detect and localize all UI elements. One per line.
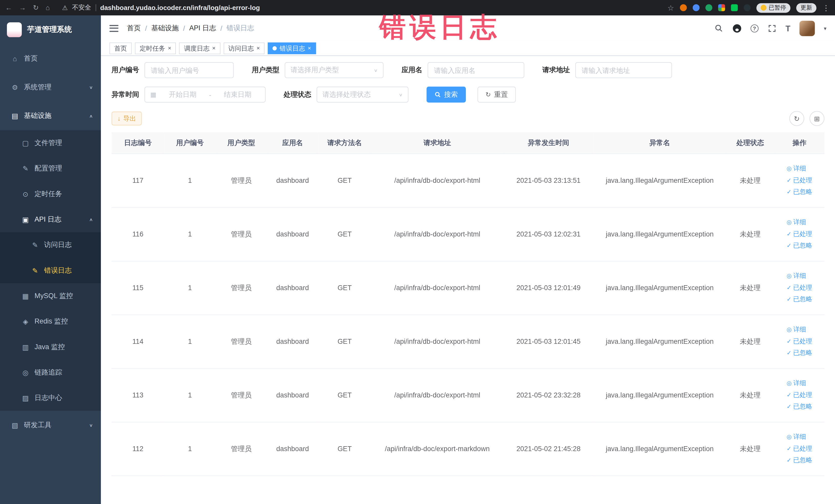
extension-icon[interactable] <box>693 4 699 11</box>
gear-icon: ⚙ <box>11 83 19 91</box>
sidebar-item-home[interactable]: ⌂ 首页 <box>0 44 101 73</box>
tab-定时任务[interactable]: 定时任务 × <box>135 42 176 54</box>
reload-icon[interactable]: ↻ <box>33 4 39 12</box>
sidebar-item-infra[interactable]: ▤ 基础设施 ∧ <box>0 101 101 130</box>
file-icon: ▢ <box>21 139 30 147</box>
extension-icon[interactable] <box>705 4 712 11</box>
close-icon[interactable]: × <box>308 45 311 51</box>
breadcrumb-item[interactable]: 首页 <box>127 23 141 33</box>
column-header: 请求方法名 <box>318 132 371 154</box>
fullscreen-icon[interactable] <box>768 24 776 33</box>
breadcrumb-item[interactable]: API 日志 <box>189 23 216 33</box>
caret-down-icon[interactable]: ▾ <box>824 25 827 31</box>
address-divider <box>96 4 96 11</box>
search-button[interactable]: 搜索 <box>427 86 466 102</box>
detail-link[interactable]: ◎详细 <box>787 271 806 280</box>
sidebar-item-mysql[interactable]: ▦ MySQL 监控 <box>0 283 101 309</box>
devtools-icon: ▧ <box>11 421 19 429</box>
tab-调度日志[interactable]: 调度日志 × <box>179 42 220 54</box>
column-settings-button[interactable]: ⊞ <box>810 111 824 126</box>
sidebar-item-label: Java 监控 <box>35 342 65 352</box>
sidebar-item-access-log[interactable]: ✎ 访问日志 <box>0 232 101 258</box>
avatar[interactable] <box>799 21 815 36</box>
app-header: 首页/基础设施/API 日志/错误日志 ? T ▾ <box>101 15 835 41</box>
close-icon[interactable]: × <box>212 45 216 51</box>
help-icon[interactable]: ? <box>751 24 758 32</box>
sidebar: 芋道管理系统 ⌂ 首页 ⚙ 系统管理 ∨ ▤ 基础设施 ∧ ▢ 文件管理 ✎ 配… <box>0 15 101 504</box>
bookmark-star-icon[interactable]: ☆ <box>667 3 674 12</box>
date-range-picker[interactable]: ▦ 开始日期 - 结束日期 <box>144 86 266 102</box>
detail-link[interactable]: ◎详细 <box>787 164 806 173</box>
reset-button[interactable]: ↻ 重置 <box>477 86 516 102</box>
extension-icon[interactable] <box>680 4 687 11</box>
check-icon: ✓ <box>787 338 792 345</box>
home-browser-icon[interactable]: ⌂ <box>46 4 50 12</box>
cell-user-type: 管理员 <box>216 207 267 261</box>
request-url-input[interactable] <box>575 62 672 78</box>
tab-错误日志[interactable]: 错误日志 × <box>268 42 316 54</box>
cell-actions: ◎详细 ✓已处理 ✓已忽略 <box>774 207 824 261</box>
process-status-select[interactable]: 请选择处理状态 ∨ <box>317 86 408 102</box>
export-button[interactable]: ↓ 导出 <box>111 112 142 125</box>
sidebar-item-label: 访问日志 <box>44 240 72 249</box>
breadcrumb-item[interactable]: 基础设施 <box>151 23 179 33</box>
mark-processed-link[interactable]: ✓已处理 <box>787 283 812 292</box>
close-icon[interactable]: × <box>168 45 171 51</box>
sidebar-item-file[interactable]: ▢ 文件管理 <box>0 130 101 156</box>
sidebar-item-trace[interactable]: ◎ 链路追踪 <box>0 360 101 385</box>
search-icon[interactable] <box>714 24 724 33</box>
paused-badge[interactable]: 已暂停 <box>756 3 790 12</box>
browser-menu-icon[interactable]: ⋮ <box>822 3 830 12</box>
sidebar-item-error-log[interactable]: ✎ 错误日志 <box>0 258 101 283</box>
mark-ignored-link[interactable]: ✓已忽略 <box>787 295 812 304</box>
close-icon[interactable]: × <box>257 45 260 51</box>
sidebar-item-devtools[interactable]: ▧ 研发工具 ∨ <box>0 411 101 440</box>
extension-icon[interactable] <box>744 4 751 11</box>
url-text[interactable]: dashboard.yudao.iocoder.cn/infra/log/api… <box>100 4 260 12</box>
extension-icon[interactable] <box>718 4 725 11</box>
user-type-select[interactable]: 请选择用户类型 ∨ <box>285 62 384 78</box>
sidebar-item-system[interactable]: ⚙ 系统管理 ∨ <box>0 73 101 102</box>
update-button[interactable]: 更新 <box>796 3 816 12</box>
mark-ignored-link[interactable]: ✓已忽略 <box>787 456 812 465</box>
refresh-button[interactable]: ↻ <box>789 111 804 126</box>
mark-processed-link[interactable]: ✓已处理 <box>787 444 812 453</box>
mark-processed-link[interactable]: ✓已处理 <box>787 390 812 400</box>
github-icon[interactable] <box>732 24 741 33</box>
mark-processed-link[interactable]: ✓已处理 <box>787 176 812 185</box>
access-log-icon: ✎ <box>31 241 39 249</box>
sidebar-item-java[interactable]: ▥ Java 监控 <box>0 334 101 360</box>
user-id-input[interactable] <box>144 62 234 78</box>
detail-link[interactable]: ◎详细 <box>787 218 806 227</box>
detail-link[interactable]: ◎详细 <box>787 432 806 441</box>
app-logo[interactable]: 芋道管理系统 <box>0 15 101 44</box>
app-name-input[interactable] <box>428 62 524 78</box>
extension-icon[interactable] <box>731 4 738 11</box>
mark-ignored-link[interactable]: ✓已忽略 <box>787 402 812 411</box>
forward-icon[interactable]: → <box>19 4 26 12</box>
mark-ignored-link[interactable]: ✓已忽略 <box>787 349 812 358</box>
sidebar-item-api-log[interactable]: ▣ API 日志 ∧ <box>0 207 101 232</box>
tab-首页[interactable]: 首页 <box>109 42 132 54</box>
sidebar-item-log-center[interactable]: ▨ 日志中心 <box>0 385 101 410</box>
mark-processed-link[interactable]: ✓已处理 <box>787 229 812 239</box>
sidebar-item-redis[interactable]: ◈ Redis 监控 <box>0 309 101 334</box>
sidebar-item-config[interactable]: ✎ 配置管理 <box>0 156 101 181</box>
mark-ignored-link[interactable]: ✓已忽略 <box>787 241 812 250</box>
hamburger-icon[interactable] <box>109 25 118 32</box>
user-type-label: 用户类型 <box>252 65 280 75</box>
sidebar-item-job[interactable]: ⊙ 定时任务 <box>0 181 101 207</box>
sidebar-item-label: API 日志 <box>35 215 62 224</box>
download-icon: ↓ <box>117 115 120 122</box>
address-bar[interactable]: ⚠ 不安全 dashboard.yudao.iocoder.cn/infra/l… <box>62 3 260 12</box>
tab-访问日志[interactable]: 访问日志 × <box>224 42 265 54</box>
detail-link[interactable]: ◎详细 <box>787 325 806 334</box>
security-label[interactable]: 不安全 <box>72 3 91 12</box>
exception-time-label: 异常时间 <box>111 90 139 99</box>
breadcrumb-separator: / <box>183 24 185 32</box>
detail-link[interactable]: ◎详细 <box>787 379 806 388</box>
mark-ignored-link[interactable]: ✓已忽略 <box>787 187 812 196</box>
mark-processed-link[interactable]: ✓已处理 <box>787 337 812 346</box>
back-icon[interactable]: ← <box>5 4 12 12</box>
font-size-icon[interactable]: T <box>786 24 790 32</box>
